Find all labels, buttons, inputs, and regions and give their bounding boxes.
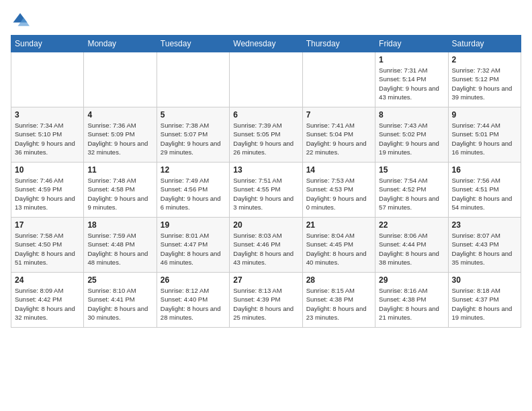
day-cell-5-6: 29Sunrise: 8:16 AM Sunset: 4:38 PM Dayli…	[375, 273, 448, 328]
day-info: Sunrise: 7:32 AM Sunset: 5:12 PM Dayligh…	[452, 66, 517, 101]
day-number: 16	[452, 165, 517, 175]
day-number: 4	[87, 110, 152, 120]
day-number: 20	[233, 220, 298, 230]
day-number: 12	[161, 165, 226, 175]
day-number: 28	[306, 275, 371, 285]
day-cell-3-5: 14Sunrise: 7:53 AM Sunset: 4:53 PM Dayli…	[302, 163, 375, 218]
page: SundayMondayTuesdayWednesdayThursdayFrid…	[0, 0, 532, 333]
day-cell-4-5: 21Sunrise: 8:04 AM Sunset: 4:45 PM Dayli…	[302, 218, 375, 273]
day-number: 15	[379, 165, 444, 175]
day-number: 11	[87, 165, 152, 175]
day-number: 3	[15, 110, 80, 120]
day-number: 24	[15, 275, 80, 285]
day-info: Sunrise: 8:13 AM Sunset: 4:39 PM Dayligh…	[233, 286, 298, 322]
day-cell-2-5: 7Sunrise: 7:41 AM Sunset: 5:04 PM Daylig…	[302, 107, 375, 163]
day-cell-2-6: 8Sunrise: 7:43 AM Sunset: 5:02 PM Daylig…	[375, 107, 448, 163]
day-info: Sunrise: 7:49 AM Sunset: 4:56 PM Dayligh…	[161, 176, 226, 212]
day-number: 6	[233, 110, 298, 120]
day-info: Sunrise: 7:48 AM Sunset: 4:58 PM Dayligh…	[87, 176, 152, 212]
calendar-table: SundayMondayTuesdayWednesdayThursdayFrid…	[11, 35, 521, 328]
day-cell-4-3: 19Sunrise: 8:01 AM Sunset: 4:47 PM Dayli…	[157, 218, 229, 273]
day-info: Sunrise: 7:54 AM Sunset: 4:52 PM Dayligh…	[379, 176, 444, 212]
logo	[11, 11, 32, 30]
day-cell-1-6: 1Sunrise: 7:31 AM Sunset: 5:14 PM Daylig…	[375, 52, 448, 107]
day-cell-4-1: 17Sunrise: 7:58 AM Sunset: 4:50 PM Dayli…	[11, 218, 84, 273]
day-number: 22	[379, 220, 444, 230]
day-cell-3-3: 12Sunrise: 7:49 AM Sunset: 4:56 PM Dayli…	[157, 163, 229, 218]
day-number: 2	[452, 55, 517, 64]
day-info: Sunrise: 8:16 AM Sunset: 4:38 PM Dayligh…	[379, 286, 444, 322]
day-number: 1	[379, 55, 444, 64]
day-number: 7	[306, 110, 371, 120]
day-cell-3-2: 11Sunrise: 7:48 AM Sunset: 4:58 PM Dayli…	[84, 163, 157, 218]
day-cell-4-7: 23Sunrise: 8:07 AM Sunset: 4:43 PM Dayli…	[448, 218, 521, 273]
day-cell-2-1: 3Sunrise: 7:34 AM Sunset: 5:10 PM Daylig…	[11, 107, 84, 163]
day-info: Sunrise: 8:03 AM Sunset: 4:46 PM Dayligh…	[233, 231, 298, 267]
day-cell-1-1	[11, 52, 84, 107]
day-info: Sunrise: 7:53 AM Sunset: 4:53 PM Dayligh…	[306, 176, 371, 212]
day-cell-4-6: 22Sunrise: 8:06 AM Sunset: 4:44 PM Dayli…	[375, 218, 448, 273]
day-info: Sunrise: 7:44 AM Sunset: 5:01 PM Dayligh…	[452, 121, 517, 156]
day-cell-1-5	[302, 52, 375, 107]
day-number: 8	[379, 110, 444, 120]
week-row-4: 17Sunrise: 7:58 AM Sunset: 4:50 PM Dayli…	[11, 218, 521, 273]
week-row-3: 10Sunrise: 7:46 AM Sunset: 4:59 PM Dayli…	[11, 163, 521, 218]
day-number: 14	[306, 165, 371, 175]
day-info: Sunrise: 7:38 AM Sunset: 5:07 PM Dayligh…	[161, 121, 226, 156]
day-cell-5-3: 26Sunrise: 8:12 AM Sunset: 4:40 PM Dayli…	[157, 273, 229, 328]
day-cell-5-5: 28Sunrise: 8:15 AM Sunset: 4:38 PM Dayli…	[302, 273, 375, 328]
day-number: 23	[452, 220, 517, 230]
day-info: Sunrise: 7:59 AM Sunset: 4:48 PM Dayligh…	[87, 231, 152, 267]
day-number: 17	[15, 220, 80, 230]
day-info: Sunrise: 7:31 AM Sunset: 5:14 PM Dayligh…	[379, 66, 444, 101]
day-cell-1-2	[84, 52, 157, 107]
day-cell-1-4	[230, 52, 302, 107]
day-cell-1-7: 2Sunrise: 7:32 AM Sunset: 5:12 PM Daylig…	[448, 52, 521, 107]
day-info: Sunrise: 8:10 AM Sunset: 4:41 PM Dayligh…	[87, 286, 152, 322]
day-info: Sunrise: 7:56 AM Sunset: 4:51 PM Dayligh…	[452, 176, 517, 212]
col-header-sunday: Sunday	[11, 36, 84, 52]
col-header-thursday: Thursday	[302, 36, 375, 52]
day-number: 21	[306, 220, 371, 230]
day-cell-5-1: 24Sunrise: 8:09 AM Sunset: 4:42 PM Dayli…	[11, 273, 84, 328]
day-cell-5-7: 30Sunrise: 8:18 AM Sunset: 4:37 PM Dayli…	[448, 273, 521, 328]
day-info: Sunrise: 8:15 AM Sunset: 4:38 PM Dayligh…	[306, 286, 371, 322]
day-cell-2-3: 5Sunrise: 7:38 AM Sunset: 5:07 PM Daylig…	[157, 107, 229, 163]
day-info: Sunrise: 8:04 AM Sunset: 4:45 PM Dayligh…	[306, 231, 371, 267]
day-info: Sunrise: 8:09 AM Sunset: 4:42 PM Dayligh…	[15, 286, 80, 322]
day-info: Sunrise: 8:01 AM Sunset: 4:47 PM Dayligh…	[161, 231, 226, 267]
col-header-friday: Friday	[375, 36, 448, 52]
day-info: Sunrise: 7:58 AM Sunset: 4:50 PM Dayligh…	[15, 231, 80, 267]
week-row-1: 1Sunrise: 7:31 AM Sunset: 5:14 PM Daylig…	[11, 52, 521, 107]
header	[11, 11, 521, 30]
calendar-header-row: SundayMondayTuesdayWednesdayThursdayFrid…	[11, 36, 521, 52]
day-cell-3-4: 13Sunrise: 7:51 AM Sunset: 4:55 PM Dayli…	[230, 163, 302, 218]
day-number: 26	[161, 275, 226, 285]
day-cell-3-1: 10Sunrise: 7:46 AM Sunset: 4:59 PM Dayli…	[11, 163, 84, 218]
day-number: 19	[161, 220, 226, 230]
day-number: 30	[452, 275, 517, 285]
day-info: Sunrise: 7:51 AM Sunset: 4:55 PM Dayligh…	[233, 176, 298, 212]
col-header-tuesday: Tuesday	[157, 36, 229, 52]
day-info: Sunrise: 7:46 AM Sunset: 4:59 PM Dayligh…	[15, 176, 80, 212]
day-number: 9	[452, 110, 517, 120]
day-cell-2-4: 6Sunrise: 7:39 AM Sunset: 5:05 PM Daylig…	[230, 107, 302, 163]
day-number: 5	[161, 110, 226, 120]
day-info: Sunrise: 8:06 AM Sunset: 4:44 PM Dayligh…	[379, 231, 444, 267]
day-number: 29	[379, 275, 444, 285]
day-cell-1-3	[157, 52, 229, 107]
day-cell-3-7: 16Sunrise: 7:56 AM Sunset: 4:51 PM Dayli…	[448, 163, 521, 218]
week-row-2: 3Sunrise: 7:34 AM Sunset: 5:10 PM Daylig…	[11, 107, 521, 163]
day-cell-4-2: 18Sunrise: 7:59 AM Sunset: 4:48 PM Dayli…	[84, 218, 157, 273]
week-row-5: 24Sunrise: 8:09 AM Sunset: 4:42 PM Dayli…	[11, 273, 521, 328]
day-number: 18	[87, 220, 152, 230]
day-info: Sunrise: 7:34 AM Sunset: 5:10 PM Dayligh…	[15, 121, 80, 156]
day-cell-3-6: 15Sunrise: 7:54 AM Sunset: 4:52 PM Dayli…	[375, 163, 448, 218]
day-cell-5-2: 25Sunrise: 8:10 AM Sunset: 4:41 PM Dayli…	[84, 273, 157, 328]
day-number: 25	[87, 275, 152, 285]
day-info: Sunrise: 7:39 AM Sunset: 5:05 PM Dayligh…	[233, 121, 298, 156]
day-info: Sunrise: 8:18 AM Sunset: 4:37 PM Dayligh…	[452, 286, 517, 322]
logo-icon	[11, 11, 30, 30]
col-header-monday: Monday	[84, 36, 157, 52]
day-cell-2-2: 4Sunrise: 7:36 AM Sunset: 5:09 PM Daylig…	[84, 107, 157, 163]
